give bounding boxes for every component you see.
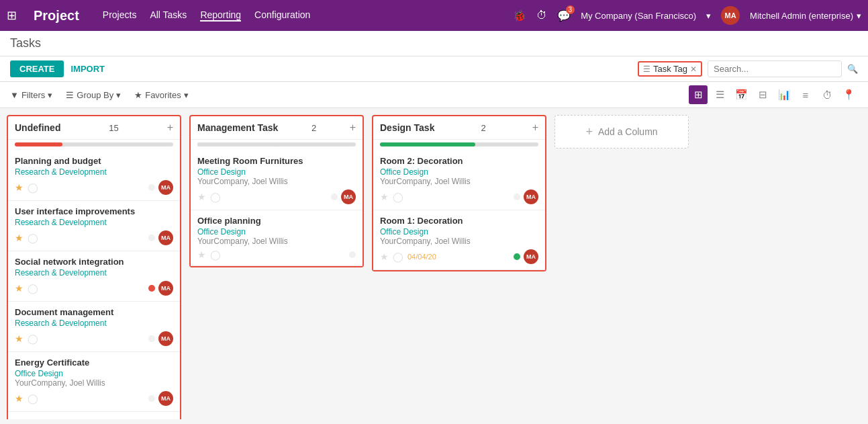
task-card-1-1[interactable]: Office planningOffice DesignYourCompany,… [191,210,363,266]
task-star-0-1[interactable]: ★ [15,232,23,243]
kanban-board: Undefined15+Planning and budgetResearch … [0,108,868,419]
task-star-1-0[interactable]: ★ [197,192,206,202]
column-progress-2 [373,142,545,151]
task-dot-placeholder-0-3 [148,335,155,342]
pivot-view-btn[interactable]: ≡ [796,85,815,104]
bug-icon[interactable]: 🐞 [513,9,526,22]
chat-badge: 3 [566,5,575,14]
task-footer-right-2-0: MA [514,189,538,204]
task-card-0-5[interactable]: Modifications asked by the customerOffic… [8,412,180,419]
activity-view-btn[interactable]: ⏱ [818,85,836,104]
task-star-2-0[interactable]: ★ [380,192,389,202]
task-dot-placeholder-1-1 [349,251,356,258]
task-card-0-4[interactable]: Energy CertificateOffice DesignYourCompa… [8,352,180,412]
task-dot-placeholder-0-1 [148,235,155,241]
table-view-btn[interactable]: ⊟ [753,85,772,104]
create-button[interactable]: CREATE [10,60,64,77]
favorites-star-icon: ★ [134,90,142,100]
search-area: ☰ Task Tag ✕ 🔍 [638,60,858,77]
task-dot-red-0-2 [148,285,155,292]
task-footer-right-0-3: MA [148,331,173,346]
task-card-1-0[interactable]: Meeting Room FurnituresOffice DesignYour… [191,151,363,210]
import-button[interactable]: IMPORT [70,64,105,74]
task-avatar-0-3: MA [158,331,173,346]
page-title: Tasks [10,36,41,50]
list-view-btn[interactable]: ☰ [710,85,729,104]
task-star-2-1[interactable]: ★ [380,251,389,262]
task-title-2-1: Room 1: Decoration [380,216,538,226]
task-circle-1-0[interactable]: ◯ [210,192,221,202]
task-circle-0-1[interactable]: ◯ [28,232,38,243]
avatar[interactable]: MA [721,6,740,25]
nav-configuration[interactable]: Configuration [254,9,310,22]
group-by-chevron-icon: ▾ [116,90,121,100]
task-card-0-0[interactable]: Planning and budgetResearch & Developmen… [8,151,180,201]
add-column-button[interactable]: +Add a Column [554,115,689,149]
task-title-0-2: Social network integration [15,257,173,267]
task-card-0-3[interactable]: Document managementResearch & Developmen… [8,302,180,352]
task-circle-0-0[interactable]: ◯ [28,182,38,193]
task-footer-right-0-0: MA [148,180,173,195]
task-star-0-4[interactable]: ★ [15,393,23,404]
column-add-btn-1[interactable]: + [350,122,356,134]
kanban-view-btn[interactable]: ⊞ [689,85,708,104]
group-by-button[interactable]: ☰ Group By ▾ [66,90,121,100]
user-menu[interactable]: Mitchell Admin (enterprise) ▾ [750,11,861,21]
grid-icon[interactable]: ⊞ [7,8,17,23]
task-meta-2-0: YourCompany, Joel Willis [380,177,538,186]
column-progress-0 [8,142,180,151]
task-star-1-1[interactable]: ★ [197,249,206,260]
task-card-0-2[interactable]: Social network integrationResearch & Dev… [8,251,180,302]
task-dot-placeholder-2-0 [514,194,520,200]
task-circle-2-1[interactable]: ◯ [393,251,403,262]
task-tag-filter[interactable]: ☰ Task Tag ✕ [638,61,702,77]
task-circle-0-3[interactable]: ◯ [28,333,38,344]
task-title-1-1: Office planning [197,216,356,226]
company-selector[interactable]: My Company (San Francisco) [581,11,696,21]
task-footer-0-4: ★◯MA [15,391,173,406]
tag-filter-close[interactable]: ✕ [690,65,697,74]
task-circle-2-0[interactable]: ◯ [393,192,403,202]
task-footer-0-3: ★◯MA [15,331,173,346]
column-header-1: Management Task2+ [191,116,363,140]
app-title: Project [34,8,79,24]
task-title-0-1: User interface improvements [15,206,173,216]
task-project-1-1: Office Design [197,227,356,237]
map-view-btn[interactable]: 📍 [839,85,858,104]
column-count-2: 2 [481,123,485,133]
task-circle-0-2[interactable]: ◯ [28,283,38,294]
task-dot-placeholder-0-4 [148,395,155,402]
chart-view-btn[interactable]: 📊 [775,85,793,104]
column-add-btn-0[interactable]: + [167,122,173,134]
favorites-button[interactable]: ★ Favorites ▾ [134,90,188,100]
task-star-0-0[interactable]: ★ [15,182,23,193]
task-avatar-1-0: MA [341,189,356,204]
column-header-0: Undefined15+ [8,116,180,140]
chat-icon[interactable]: 💬 3 [557,9,571,22]
clock-icon[interactable]: ⏱ [536,9,547,22]
task-card-2-0[interactable]: Room 2: DecorationOffice DesignYourCompa… [373,151,545,210]
search-input[interactable] [708,60,842,77]
task-project-2-0: Office Design [380,167,538,177]
nav-all-tasks[interactable]: All Tasks [150,9,187,22]
task-card-2-1[interactable]: Room 1: DecorationOffice DesignYourCompa… [373,210,545,270]
task-title-0-3: Document management [15,307,173,317]
task-project-0-2: Research & Development [15,268,173,278]
task-dot-placeholder-1-0 [331,194,338,200]
filter-icon: ▼ [10,90,19,100]
task-circle-1-1[interactable]: ◯ [210,249,221,260]
nav-reporting[interactable]: Reporting [200,9,241,22]
task-footer-right-1-1 [349,251,356,258]
column-title-0: Undefined [15,122,60,133]
task-circle-0-4[interactable]: ◯ [28,393,38,404]
task-star-0-3[interactable]: ★ [15,333,23,344]
task-card-0-1[interactable]: User interface improvementsResearch & De… [8,201,180,251]
calendar-view-btn[interactable]: 📅 [732,85,751,104]
nav-projects[interactable]: Projects [103,9,137,22]
column-add-btn-2[interactable]: + [532,122,538,134]
column-count-0: 15 [109,123,118,133]
task-star-0-2[interactable]: ★ [15,283,23,294]
group-by-icon: ☰ [66,90,74,100]
filters-button[interactable]: ▼ Filters ▾ [10,90,52,100]
search-icon[interactable]: 🔍 [847,64,858,74]
